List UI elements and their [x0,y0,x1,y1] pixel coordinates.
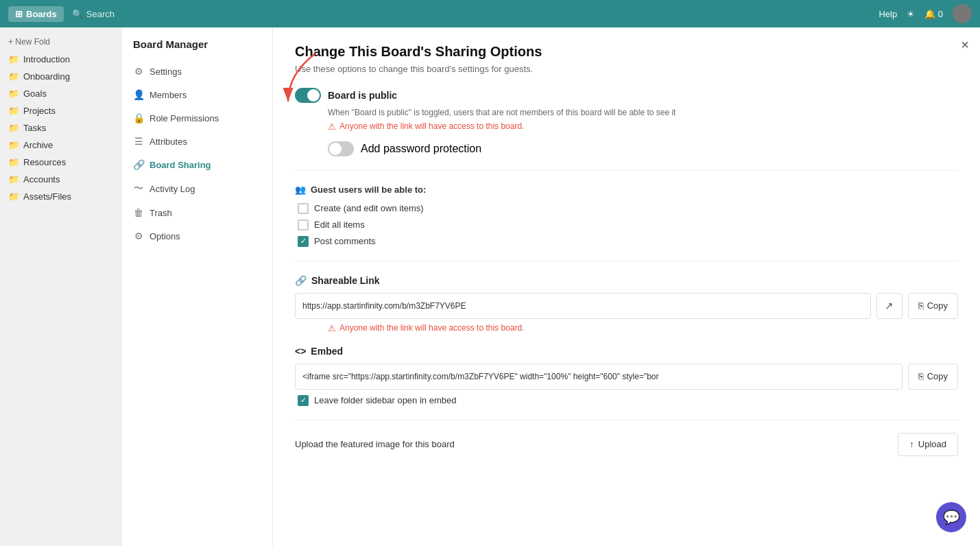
bm-menu-role-permissions[interactable]: 🔒 Role Permissions [122,106,272,130]
boards-icon: ⊞ [15,9,23,19]
permission-comment-row[interactable]: Post comments [298,236,958,247]
shareable-link-row: ↗ ⎘ Copy [295,293,958,319]
search-icon: 🔍 [72,9,83,19]
sidebar-item-goals[interactable]: 📁 Goals [0,85,122,102]
embed-copy-button[interactable]: ⎘ Copy [908,364,958,390]
folder-icon: 📁 [8,123,19,133]
notification-icon[interactable]: 🔔 0 [924,9,943,19]
settings-icon: ⚙ [133,66,144,77]
link-icon: 🔗 [295,275,307,286]
chat-fab-button[interactable]: 💬 [936,502,966,532]
password-protection-row: Add password protection [328,141,958,156]
divider-1 [295,170,958,171]
sidebar-item-resources[interactable]: 📁 Resources [0,154,122,171]
board-public-toggle-row: Board is public [295,88,958,103]
avatar[interactable] [953,4,972,23]
warning-icon-2: ⚠ [328,323,336,333]
sidebar-item-projects[interactable]: 📁 Projects [0,102,122,119]
sidebar-item-label: Projects [23,106,56,116]
folder-icon: 📁 [8,88,19,99]
password-label: Add password protection [361,143,481,155]
shareable-link-title: 🔗 Shareable Link [295,275,958,286]
open-link-button[interactable]: ↗ [876,293,903,319]
bm-menu-label: Board Sharing [150,160,211,170]
copy-icon-2: ⎘ [918,371,924,381]
permission-edit-row[interactable]: Edit all items [298,219,958,230]
upload-icon: ↑ [909,439,914,449]
sidebar-item-label: Assets/Files [23,191,71,202]
guest-permissions-heading: 👥 Guest users will be able to: [295,185,958,195]
embed-title: <> Embed [295,346,958,357]
theme-icon[interactable]: ☀ [907,9,915,19]
modal-content: × Change This Board's Sharing Options Us… [273,27,980,546]
bm-menu-trash[interactable]: 🗑 Trash [122,201,272,224]
bm-menu-label: Role Permissions [150,113,219,123]
folder-icon: 📁 [8,157,19,167]
board-public-label: Board is public [328,90,397,101]
sidebar-item-assets[interactable]: 📁 Assets/Files [0,188,122,205]
bm-menu-settings[interactable]: ⚙ Settings [122,60,272,83]
sidebar-item-introduction[interactable]: 📁 Introduction [0,51,122,68]
search-label: Search [86,9,115,19]
close-button[interactable]: × [961,37,969,53]
main-layout: + New Fold 📁 Introduction 📁 Onboarding 📁… [0,27,980,546]
trash-icon: 🗑 [133,207,144,218]
members-icon: 👤 [133,89,144,100]
bm-menu-label: Options [150,231,180,241]
board-public-description: When "Board is public" is toggled, users… [328,107,958,119]
leave-sidebar-row[interactable]: Leave folder sidebar open in embed [298,395,958,406]
sidebar-item-accounts[interactable]: 📁 Accounts [0,171,122,188]
lock-icon: 🔒 [133,112,144,123]
board-public-toggle[interactable] [295,88,321,103]
bm-menu-label: Members [150,90,187,100]
upload-section: Upload the featured image for this board… [295,420,958,456]
bm-menu-label: Activity Log [150,184,195,194]
bm-menu-board-sharing[interactable]: 🔗 Board Sharing [122,153,272,176]
folder-icon: 📁 [8,54,19,64]
sidebar-item-label: Goals [23,88,47,99]
board-manager-title: Board Manager [122,38,272,60]
folder-icon: 📁 [8,191,19,202]
sidebar-item-archive[interactable]: 📁 Archive [0,136,122,154]
new-folder-button[interactable]: + New Fold [0,33,122,51]
leave-sidebar-checkbox[interactable] [298,395,309,406]
bm-menu-attributes[interactable]: ☰ Attributes [122,130,272,153]
create-checkbox[interactable] [298,203,309,214]
shareable-link-input[interactable] [295,293,871,319]
sidebar-item-label: Archive [23,140,53,150]
board-public-warning: ⚠ Anyone with the link will have access … [328,121,958,132]
upload-label: Upload the featured image for this board [295,439,455,449]
upload-button[interactable]: ↑ Upload [898,433,958,456]
modal-title: Change This Board's Sharing Options [295,44,958,60]
sidebar-item-tasks[interactable]: 📁 Tasks [0,119,122,136]
attributes-icon: ☰ [133,136,144,147]
modal-subtitle: Use these options to change this board's… [295,64,958,74]
shareable-link-copy-button[interactable]: ⎘ Copy [908,293,958,319]
permission-create-row[interactable]: Create (and edit own items) [298,203,958,214]
comment-checkbox[interactable] [298,236,309,247]
embed-code-input[interactable] [295,364,903,390]
board-manager-panel: Board Manager ⚙ Settings 👤 Members 🔒 Rol… [122,27,273,546]
modal-backdrop: Board Manager ⚙ Settings 👤 Members 🔒 Rol… [122,27,980,546]
sidebar-item-label: Accounts [23,174,60,185]
password-toggle[interactable] [328,141,354,156]
help-label[interactable]: Help [879,9,897,19]
search-button[interactable]: 🔍 Search [72,9,115,19]
sidebar-item-onboarding[interactable]: 📁 Onboarding [0,68,122,85]
folder-icon: 📁 [8,140,19,150]
sidebar-item-label: Onboarding [23,71,70,82]
sidebar-item-label: Introduction [23,54,70,64]
bm-menu-activity-log[interactable]: 〜 Activity Log [122,176,272,201]
left-sidebar: + New Fold 📁 Introduction 📁 Onboarding 📁… [0,27,122,546]
edit-label: Edit all items [314,219,365,230]
bm-menu-options[interactable]: ⚙ Options [122,224,272,248]
bm-menu-members[interactable]: 👤 Members [122,83,272,106]
boards-button[interactable]: ⊞ Boards [8,6,64,22]
folder-icon: 📁 [8,106,19,116]
chat-icon: 💬 [943,509,960,525]
bm-menu-label: Settings [150,67,182,77]
edit-checkbox[interactable] [298,219,309,230]
content-area: Client Work Managemen 👁 View Privacy Ass… [122,27,980,546]
copy-icon: ⎘ [918,300,924,311]
shareable-link-warning: ⚠ Anyone with the link will have access … [328,323,958,333]
